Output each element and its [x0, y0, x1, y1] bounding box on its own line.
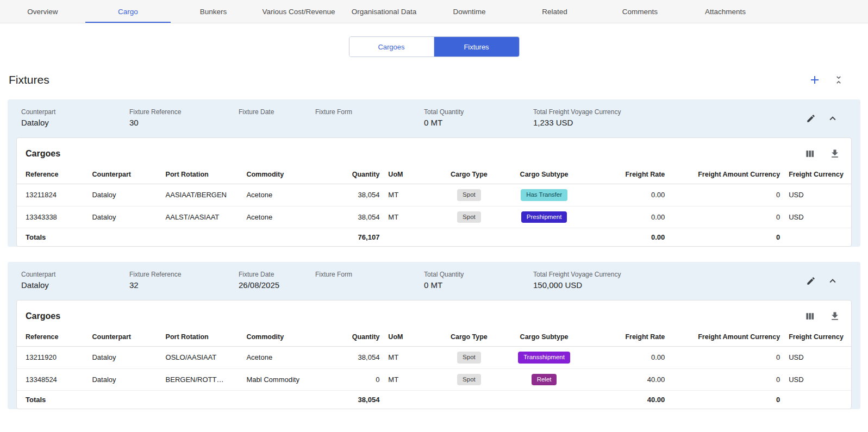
- cell-quantity: 38,054: [332, 347, 384, 369]
- field-total-quantity: Total Quantity 0 MT: [424, 108, 533, 128]
- col-header-uom[interactable]: UoM: [384, 165, 435, 184]
- fixture-fields: Counterpart Dataloy Fixture Reference 32…: [21, 271, 805, 290]
- chevron-up-icon: [827, 275, 839, 287]
- cell-empty: [384, 228, 435, 247]
- col-header-counterpart[interactable]: Counterpart: [88, 328, 161, 347]
- pencil-icon: [806, 276, 816, 286]
- tab-organisational-data[interactable]: Organisational Data: [341, 0, 427, 23]
- table-row[interactable]: 13343338 Dataloy AALST/AASIAAT Acetone 3…: [17, 206, 851, 228]
- cargoes-table: Reference Counterpart Port Rotation Comm…: [17, 165, 851, 246]
- chevron-up-icon: [827, 112, 839, 124]
- download-button[interactable]: [828, 310, 841, 323]
- edit-fixture-button[interactable]: [805, 112, 817, 124]
- col-header-freight-rate[interactable]: Freight Rate: [586, 165, 670, 184]
- col-header-cargo-subtype[interactable]: Cargo Subtype: [502, 165, 586, 184]
- plus-icon: [808, 73, 821, 86]
- col-header-freight-currency[interactable]: Freight Currency: [784, 165, 851, 184]
- cargoes-card-header: Cargoes: [17, 138, 851, 165]
- cell-empty: [502, 391, 586, 409]
- col-header-quantity[interactable]: Quantity: [332, 165, 384, 184]
- tab-related[interactable]: Related: [512, 0, 597, 23]
- cell-freight-amount-currency: 0: [669, 206, 784, 228]
- tab-attachments[interactable]: Attachments: [683, 0, 768, 23]
- collapse-all-button[interactable]: [832, 73, 845, 86]
- field-value: Dataloy: [21, 118, 124, 128]
- col-header-uom[interactable]: UoM: [384, 328, 435, 347]
- col-header-freight-currency[interactable]: Freight Currency: [784, 328, 851, 347]
- cargoes-actions: [803, 147, 841, 160]
- col-header-freight-rate[interactable]: Freight Rate: [586, 328, 670, 347]
- col-header-freight-amount-currency[interactable]: Freight Amount Currency: [669, 328, 784, 347]
- col-header-cargo-type[interactable]: Cargo Type: [436, 328, 503, 347]
- field-value: 1,233 USD: [533, 118, 800, 128]
- cargo-subtype-badge: Preshipment: [521, 211, 567, 223]
- field-value: 26/08/2025: [239, 280, 310, 290]
- cell-port-rotation: BERGEN/ROTT…: [161, 368, 242, 391]
- totals-quantity: 38,054: [332, 391, 384, 409]
- cell-empty: [161, 391, 242, 409]
- totals-freight-amount-currency: 0: [669, 228, 784, 247]
- cell-commodity: Acetone: [242, 184, 332, 206]
- col-header-cargo-type[interactable]: Cargo Type: [436, 165, 503, 184]
- cell-cargo-type: Spot: [436, 206, 503, 228]
- col-header-reference[interactable]: Reference: [17, 165, 88, 184]
- col-header-counterpart[interactable]: Counterpart: [88, 165, 161, 184]
- col-header-port-rotation[interactable]: Port Rotation: [161, 328, 242, 347]
- page-header: Fixtures: [9, 72, 845, 87]
- column-settings-button[interactable]: [803, 147, 816, 160]
- add-fixture-button[interactable]: [807, 72, 822, 87]
- column-settings-button[interactable]: [803, 310, 816, 323]
- cell-uom: MT: [384, 206, 435, 228]
- col-header-commodity[interactable]: Commodity: [242, 328, 332, 347]
- download-icon: [829, 311, 840, 322]
- tab-overview[interactable]: Overview: [0, 0, 85, 23]
- col-header-cargo-subtype[interactable]: Cargo Subtype: [502, 328, 586, 347]
- cell-freight-rate: 0.00: [586, 184, 670, 206]
- col-header-commodity[interactable]: Commodity: [242, 165, 332, 184]
- col-header-port-rotation[interactable]: Port Rotation: [161, 165, 242, 184]
- tab-comments[interactable]: Comments: [597, 0, 683, 23]
- fixture-actions: [805, 274, 840, 288]
- col-header-freight-amount-currency[interactable]: Freight Amount Currency: [669, 165, 784, 184]
- cell-freight-currency: USD: [784, 206, 851, 228]
- tab-bunkers[interactable]: Bunkers: [171, 0, 256, 23]
- tab-downtime[interactable]: Downtime: [427, 0, 512, 23]
- totals-quantity: 76,107: [332, 228, 384, 247]
- cell-empty: [436, 391, 503, 409]
- cell-empty: [384, 391, 435, 409]
- table-row[interactable]: 13211824 Dataloy AASIAAT/BERGEN Acetone …: [17, 184, 851, 206]
- collapse-fixture-button[interactable]: [826, 111, 840, 126]
- toggle-cargoes[interactable]: Cargoes: [349, 37, 434, 57]
- page-actions: [807, 72, 845, 87]
- col-header-quantity[interactable]: Quantity: [332, 328, 384, 347]
- table-header-row: Reference Counterpart Port Rotation Comm…: [17, 328, 851, 347]
- cell-cargo-subtype: Preshipment: [502, 206, 586, 228]
- unfold-less-icon: [833, 74, 844, 85]
- table-row[interactable]: 13211920 Dataloy OSLO/AASIAAT Acetone 38…: [17, 347, 851, 369]
- totals-row: Totals 38,054 40.00 0: [17, 391, 851, 409]
- cell-empty: [88, 391, 161, 409]
- toggle-row: Cargoes Fixtures: [0, 36, 868, 57]
- field-label: Fixture Form: [315, 108, 419, 116]
- cell-freight-currency: USD: [784, 347, 851, 369]
- cargo-subtype-badge: Transshipment: [518, 352, 570, 364]
- cell-empty: [242, 228, 332, 247]
- tab-cargo[interactable]: Cargo: [85, 0, 171, 23]
- cargo-type-badge: Spot: [457, 189, 481, 201]
- field-label: Fixture Form: [315, 271, 419, 278]
- download-button[interactable]: [828, 147, 841, 160]
- tab-various-cost-revenue[interactable]: Various Cost/Revenue: [256, 0, 341, 23]
- table-row[interactable]: 13348524 Dataloy BERGEN/ROTT… Mabl Commo…: [17, 368, 851, 391]
- table-header-row: Reference Counterpart Port Rotation Comm…: [17, 165, 851, 184]
- field-value: 0 MT: [424, 118, 528, 128]
- field-value: 30: [129, 118, 233, 128]
- col-header-reference[interactable]: Reference: [17, 328, 88, 347]
- field-label: Total Quantity: [424, 271, 528, 278]
- cell-freight-currency: USD: [784, 184, 851, 206]
- edit-fixture-button[interactable]: [805, 275, 817, 287]
- collapse-fixture-button[interactable]: [826, 274, 840, 288]
- cell-uom: MT: [384, 184, 435, 206]
- toggle-fixtures[interactable]: Fixtures: [434, 37, 519, 57]
- totals-label: Totals: [17, 391, 88, 409]
- cargo-type-badge: Spot: [457, 211, 481, 223]
